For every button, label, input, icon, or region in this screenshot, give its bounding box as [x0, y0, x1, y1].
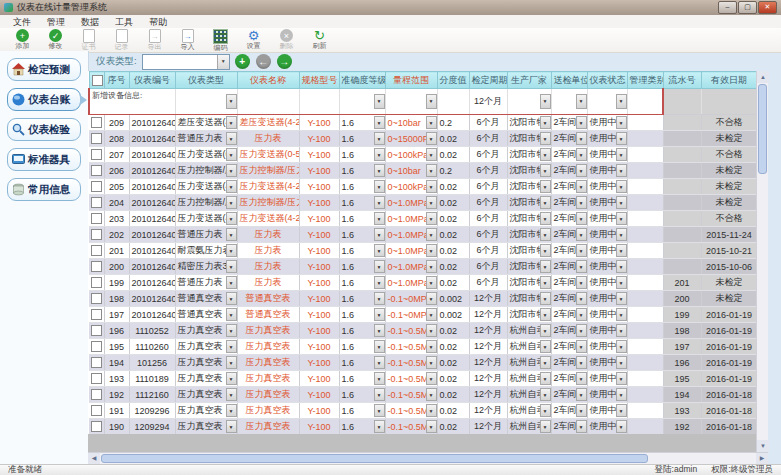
combo-arrow-icon[interactable]: ▼: [226, 228, 237, 241]
table-row[interactable]: 207201012640rfwfhy压力变送器(0-5V)▼压力变送器(0-5V…: [89, 147, 757, 163]
select-all-header[interactable]: [89, 72, 104, 89]
combo-arrow-icon[interactable]: ▼: [540, 356, 551, 369]
row-checkbox[interactable]: [91, 213, 102, 224]
combo-arrow-icon[interactable]: ▼: [576, 404, 587, 417]
combo-arrow-icon[interactable]: ▼: [616, 196, 627, 209]
combo-arrow-icon[interactable]: ▼: [540, 276, 551, 289]
combo-arrow-icon[interactable]: ▼: [616, 388, 627, 401]
scroll-down-icon[interactable]: ▼: [757, 440, 769, 452]
add-row-cell-7[interactable]: [437, 89, 469, 115]
table-row[interactable]: 201201012640rfwfhy耐震氨压力表▼压力表Y-1001.6▼0~1…: [89, 243, 757, 259]
column-header-9[interactable]: 生产厂家: [507, 72, 551, 89]
combo-arrow-icon[interactable]: ▼: [374, 244, 385, 257]
combo-arrow-icon[interactable]: ▼: [374, 148, 385, 161]
combo-arrow-icon[interactable]: ▼: [226, 164, 237, 177]
combo-arrow-icon[interactable]: ▼: [426, 244, 437, 257]
combo-arrow-icon[interactable]: ▼: [576, 164, 587, 177]
row-checkbox[interactable]: [91, 309, 102, 320]
table-row[interactable]: 202201012640rfwfhy普通压力表▼压力表Y-1001.6▼0~1.…: [89, 227, 757, 243]
combo-arrow-icon[interactable]: ▼: [576, 372, 587, 385]
combo-arrow-icon[interactable]: ▼: [616, 356, 627, 369]
combo-arrow-icon[interactable]: ▼: [616, 372, 627, 385]
combo-arrow-icon[interactable]: ▼: [374, 180, 385, 193]
combo-arrow-icon[interactable]: ▼: [426, 308, 437, 321]
column-header-11[interactable]: 仪表状态: [587, 72, 627, 89]
column-header-4[interactable]: 规格型号: [299, 72, 339, 89]
combo-arrow-icon[interactable]: ▼: [226, 292, 237, 305]
combo-arrow-icon[interactable]: ▼: [374, 164, 385, 177]
combo-arrow-icon[interactable]: ▼: [540, 212, 551, 225]
row-checkbox[interactable]: [91, 341, 102, 352]
combo-arrow-icon[interactable]: ▼: [616, 276, 627, 289]
combo-arrow-icon[interactable]: ▼: [226, 404, 237, 417]
combo-arrow-icon[interactable]: ▼: [226, 260, 237, 273]
combo-arrow-icon[interactable]: ▼: [576, 388, 587, 401]
menu-item-3[interactable]: 工具: [108, 16, 140, 28]
table-row[interactable]: 200201012640rfwfhy精密压力表300分▼压力表Y-1001.6▼…: [89, 259, 757, 275]
combo-arrow-icon[interactable]: ▼: [576, 324, 587, 337]
select-all-checkbox[interactable]: [92, 75, 103, 86]
combo-arrow-icon[interactable]: ▼: [616, 148, 627, 161]
chevron-down-icon[interactable]: ▼: [217, 55, 229, 69]
combo-arrow-icon[interactable]: ▼: [540, 196, 551, 209]
scroll-left-icon[interactable]: ◀: [88, 453, 100, 464]
filter-prev-circle-button[interactable]: ←: [256, 54, 271, 69]
combo-arrow-icon[interactable]: ▼: [540, 116, 551, 129]
combo-arrow-icon[interactable]: ▼: [576, 276, 587, 289]
toolbar-settings-button[interactable]: ⚙设置: [237, 29, 270, 50]
combo-arrow-icon[interactable]: ▼: [226, 324, 237, 337]
combo-arrow-icon[interactable]: ▼: [540, 308, 551, 321]
combo-arrow-icon[interactable]: ▼: [616, 420, 627, 433]
combo-arrow-icon[interactable]: ▼: [616, 132, 627, 145]
combo-arrow-icon[interactable]: ▼: [226, 132, 237, 145]
column-header-13[interactable]: 流水号: [663, 72, 701, 89]
vertical-scroll-thumb[interactable]: [758, 84, 767, 174]
combo-arrow-icon[interactable]: ▼: [616, 260, 627, 273]
combo-arrow-icon[interactable]: ▼: [426, 292, 437, 305]
column-header-14[interactable]: 有效日期: [701, 72, 757, 89]
row-checkbox[interactable]: [91, 421, 102, 432]
table-row[interactable]: 209201012640rfwfhy差压变送器(4-20m▼差压变送器(4-20…: [89, 115, 757, 131]
column-header-10[interactable]: 送检单位: [551, 72, 587, 89]
column-header-1[interactable]: 仪表编号: [129, 72, 175, 89]
combo-arrow-icon[interactable]: ▼: [226, 420, 237, 433]
combo-arrow-icon[interactable]: ▼: [374, 404, 385, 417]
combo-arrow-icon[interactable]: ▼: [540, 324, 551, 337]
add-row-cell-5[interactable]: ▼: [339, 89, 385, 115]
combo-arrow-icon[interactable]: ▼: [426, 340, 437, 353]
combo-arrow-icon[interactable]: ▼: [226, 148, 237, 161]
combo-arrow-icon[interactable]: ▼: [226, 244, 237, 257]
table-row[interactable]: 194101256压力真空表▼压力真空表Y-1001.6▼-0.1~0.5MPa…: [89, 355, 757, 371]
toolbar-import-button[interactable]: →导入: [171, 29, 204, 51]
table-row[interactable]: 198201012640普通真空表▼普通真空表Y-1001.6▼-0.1~0MP…: [89, 291, 757, 307]
combo-arrow-icon[interactable]: ▼: [540, 180, 551, 193]
combo-arrow-icon[interactable]: ▼: [374, 420, 385, 433]
toolbar-export-button[interactable]: →导出: [138, 29, 171, 51]
combo-arrow-icon[interactable]: ▼: [576, 228, 587, 241]
combo-arrow-icon[interactable]: ▼: [616, 292, 627, 305]
table-row[interactable]: 203201012640rfwfhy压力变送器(4-20m▼压力变送器(4-20…: [89, 211, 757, 227]
combo-arrow-icon[interactable]: ▼: [426, 420, 437, 433]
row-checkbox[interactable]: [91, 405, 102, 416]
combo-arrow-icon[interactable]: ▼: [426, 94, 437, 109]
table-row[interactable]: 1931110189压力真空表▼压力真空表Y-1001.6▼-0.1~0.5MP…: [89, 371, 757, 387]
combo-arrow-icon[interactable]: ▼: [374, 340, 385, 353]
combo-arrow-icon[interactable]: ▼: [426, 260, 437, 273]
combo-arrow-icon[interactable]: ▼: [374, 228, 385, 241]
combo-arrow-icon[interactable]: ▼: [540, 292, 551, 305]
combo-arrow-icon[interactable]: ▼: [374, 212, 385, 225]
add-new-row[interactable]: 新增设备信息:▼▼▼12个月▼▼▼: [89, 89, 757, 115]
combo-arrow-icon[interactable]: ▼: [540, 164, 551, 177]
scroll-up-icon[interactable]: ▲: [757, 71, 769, 83]
combo-arrow-icon[interactable]: ▼: [426, 276, 437, 289]
combo-arrow-icon[interactable]: ▼: [226, 372, 237, 385]
combo-arrow-icon[interactable]: ▼: [374, 276, 385, 289]
combo-arrow-icon[interactable]: ▼: [616, 404, 627, 417]
combo-arrow-icon[interactable]: ▼: [616, 164, 627, 177]
combo-arrow-icon[interactable]: ▼: [374, 260, 385, 273]
combo-arrow-icon[interactable]: ▼: [576, 340, 587, 353]
combo-arrow-icon[interactable]: ▼: [374, 356, 385, 369]
row-checkbox[interactable]: [91, 389, 102, 400]
sidebar-item-0[interactable]: 检定预测: [7, 58, 81, 81]
combo-arrow-icon[interactable]: ▼: [426, 228, 437, 241]
